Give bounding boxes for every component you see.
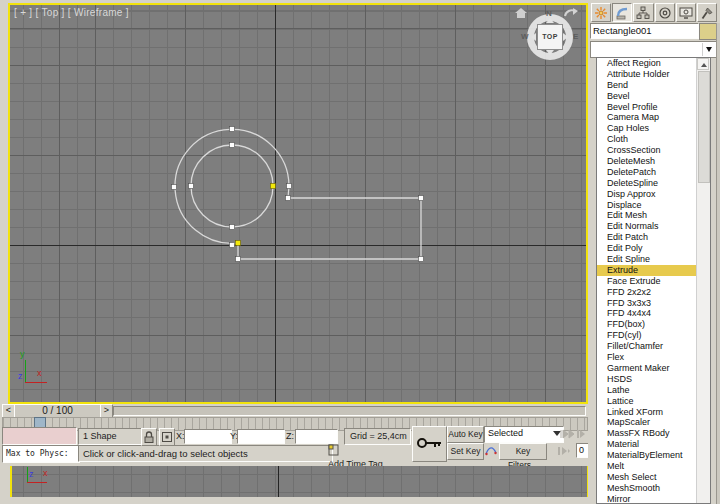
chevron-down-icon (706, 47, 712, 52)
time-slider-track[interactable] (113, 406, 586, 416)
time-slider-handle[interactable]: 0 / 100 (14, 404, 101, 418)
motion-icon (658, 6, 672, 20)
modifier-item[interactable]: Cap Holes (597, 123, 697, 134)
modifier-item[interactable]: CrossSection (597, 145, 697, 156)
y-coordinate-field[interactable] (237, 429, 285, 444)
viewport-label[interactable]: [ + ] [ Top ] [ Wireframe ] (14, 7, 129, 18)
scroll-up-button[interactable] (697, 58, 709, 70)
x-coordinate-field[interactable] (184, 429, 232, 444)
viewcube-north-label: N (546, 9, 552, 18)
object-name-field[interactable]: Rectangle001 (590, 23, 699, 39)
modifier-item[interactable]: DeleteSpline (597, 178, 697, 189)
set-keys-button[interactable] (412, 426, 447, 462)
modifier-item[interactable]: MassFX RBody (597, 428, 697, 439)
list-scrollbar[interactable] (696, 58, 710, 503)
modifier-item[interactable]: Linked XForm (597, 407, 697, 418)
command-panel-tabs (591, 3, 717, 21)
modifier-item[interactable]: Cloth (597, 134, 697, 145)
modifier-item[interactable]: Lathe (597, 385, 697, 396)
inner-circle-spline (191, 145, 273, 227)
modifier-item[interactable]: FFD 2x2x2 (597, 287, 697, 298)
modifier-item[interactable]: HSDS (597, 374, 697, 385)
world-axis-vertical (278, 466, 279, 497)
home-icon[interactable] (515, 8, 527, 18)
viewcube-arrow-west[interactable] (531, 33, 536, 41)
spline-vertices (172, 127, 424, 262)
playback-controls-icons[interactable] (560, 428, 586, 440)
panel-scrollbar[interactable] (716, 23, 720, 504)
create-icon (594, 6, 608, 20)
modifier-item[interactable]: Mirror (597, 494, 697, 504)
key-filter-curve-icon[interactable] (485, 444, 497, 457)
modifier-item[interactable]: Edit Patch (597, 232, 697, 243)
modifier-item[interactable]: FFD(box) (597, 319, 697, 330)
viewcube-face[interactable]: TOP (537, 24, 563, 50)
go-to-start-icon[interactable] (557, 445, 571, 457)
modifier-item[interactable]: Garment Maker (597, 363, 697, 374)
tab-utilities[interactable] (697, 3, 717, 22)
modifier-item[interactable]: Bend (597, 80, 697, 91)
maxscript-mini-listener-macro[interactable] (2, 427, 77, 445)
modifier-item[interactable]: Material (597, 439, 697, 450)
modifier-item[interactable]: FFD 3x3x3 (597, 298, 697, 309)
spline-shape[interactable] (10, 5, 586, 402)
orbit-arrow-icon[interactable] (563, 7, 579, 19)
modifier-item[interactable]: Edit Poly (597, 243, 697, 254)
maxscript-mini-listener[interactable]: Max to Physc: (2, 445, 80, 463)
modifier-list-combobox[interactable] (590, 41, 718, 58)
modifier-item[interactable]: Flex (597, 352, 697, 363)
modifier-item[interactable]: Melt (597, 461, 697, 472)
set-key-button[interactable]: Set Key (447, 443, 484, 460)
tab-hierarchy[interactable] (633, 3, 653, 22)
key-icon (416, 433, 443, 453)
modifier-item[interactable]: Face Extrude (597, 276, 697, 287)
tab-modify[interactable] (612, 3, 632, 22)
modifier-item[interactable]: FFD 4x4x4 (597, 308, 697, 319)
auto-key-button[interactable]: Auto Key (447, 426, 484, 443)
modifier-item[interactable]: Affect Region (597, 58, 697, 69)
viewcube-arrow-south[interactable] (546, 50, 554, 55)
modifier-item[interactable]: Edit Mesh (597, 210, 697, 221)
modifier-item[interactable]: MapScaler (597, 417, 697, 428)
modifier-item[interactable]: FFD(cyl) (597, 330, 697, 341)
modifier-item[interactable]: Bevel (597, 91, 697, 102)
selection-lock-toggle[interactable] (141, 428, 157, 446)
modifier-item[interactable]: MaterialByElement (597, 450, 697, 461)
modifier-item[interactable]: Fillet/Chamfer (597, 341, 697, 352)
viewcube-arrow-north[interactable] (546, 18, 554, 23)
modifier-item[interactable]: Displace (597, 200, 697, 211)
modifier-dropdown-list[interactable]: Affect RegionAttribute HolderBendBevelBe… (596, 57, 711, 504)
modifier-item[interactable]: Edit Normals (597, 221, 697, 232)
modifier-item[interactable]: Attribute Holder (597, 69, 697, 80)
combobox-dropdown-button[interactable] (702, 43, 716, 56)
modifier-item[interactable]: MeshSmooth (597, 483, 697, 494)
viewport-front-strip[interactable]: z x (10, 466, 589, 497)
modifier-item[interactable]: Extrude (597, 265, 697, 276)
tab-display[interactable] (676, 3, 696, 22)
hierarchy-icon (636, 6, 650, 20)
tripod-y-axis (25, 360, 26, 382)
next-frame-button[interactable]: > (100, 404, 113, 418)
modifier-item[interactable]: DeletePatch (597, 167, 697, 178)
scrollbar-thumb[interactable] (698, 71, 710, 183)
modifier-item[interactable]: Mesh Select (597, 472, 697, 483)
viewcube-east-label: E (573, 32, 578, 41)
modifier-item[interactable]: Camera Map (597, 112, 697, 123)
key-mode-dropdown[interactable]: Selected (484, 426, 564, 443)
viewport-top[interactable]: [ + ] [ Top ] [ Wireframe ] y z x TOP N … (8, 3, 588, 404)
modifier-item[interactable]: Bevel Profile (597, 102, 697, 113)
modifier-item[interactable]: Disp Approx (597, 189, 697, 200)
z-coordinate-field[interactable] (295, 429, 338, 444)
time-tag-icon (328, 444, 339, 456)
add-time-tag[interactable]: Add Time Tag (328, 444, 406, 460)
tab-motion[interactable] (655, 3, 675, 22)
key-filters-button[interactable]: Key Filters... (499, 443, 547, 460)
outer-profile-spline (175, 129, 421, 259)
tab-create[interactable] (591, 3, 611, 22)
absolute-offset-toggle-icon[interactable] (159, 428, 175, 446)
modifier-item[interactable]: Lattice (597, 396, 697, 407)
tripod-x-axis (25, 382, 47, 383)
viewcube-arrow-east[interactable] (563, 33, 568, 41)
modifier-item[interactable]: DeleteMesh (597, 156, 697, 167)
modifier-item[interactable]: Edit Spline (597, 254, 697, 265)
